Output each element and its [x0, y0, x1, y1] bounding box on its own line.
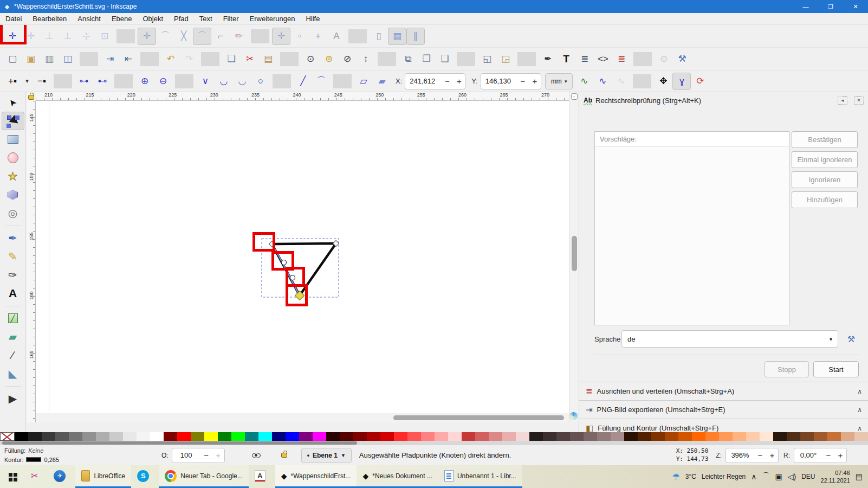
- lock-icon[interactable]: [28, 95, 34, 100]
- pencil-tool[interactable]: ✎: [2, 247, 24, 266]
- scrollbar-top-button[interactable]: ▫: [571, 93, 578, 100]
- new-document[interactable]: ▢: [3, 50, 22, 68]
- snap-text-baselines[interactable]: A: [327, 28, 346, 45]
- color-swatch[interactable]: [854, 432, 868, 441]
- vertical-scrollbar[interactable]: ▫: [569, 92, 579, 422]
- zoom-field[interactable]: 396% − +: [726, 448, 779, 463]
- snap-smooth-nodes[interactable]: ⌐: [211, 28, 230, 45]
- show-bezier-handles[interactable]: ɣ: [672, 73, 691, 90]
- open-document[interactable]: ▣: [22, 50, 40, 68]
- next-path-effect-parameter[interactable]: ∿: [612, 73, 630, 90]
- text-dialog[interactable]: T: [557, 50, 575, 68]
- color-swatch[interactable]: [475, 432, 489, 441]
- color-swatch[interactable]: [719, 432, 733, 441]
- text-tool[interactable]: A: [2, 284, 24, 303]
- color-swatch[interactable]: [692, 432, 705, 441]
- task-chrome[interactable]: Neuer Tab - Google...: [159, 465, 249, 488]
- y-coordinate-value[interactable]: 146,130: [481, 77, 517, 85]
- color-swatch[interactable]: [0, 432, 15, 441]
- color-swatch[interactable]: [137, 432, 150, 441]
- Text[interactable]: Text: [194, 13, 218, 25]
- color-swatch[interactable]: [516, 432, 529, 441]
- minimize-button[interactable]: —: [793, 0, 818, 13]
- color-swatch[interactable]: [733, 432, 746, 441]
- rotation-decrement[interactable]: −: [822, 451, 834, 460]
- stroke-to-path[interactable]: ▰: [373, 73, 391, 90]
- task-font-app[interactable]: A: [249, 465, 275, 488]
- toolbox-expander[interactable]: ▶: [2, 389, 24, 408]
- color-swatch[interactable]: [218, 432, 231, 441]
- node-toolbar-button[interactable]: [54, 74, 72, 88]
- color-swatch[interactable]: [773, 432, 787, 441]
- rectangle-tool[interactable]: [2, 130, 24, 149]
- x-coordinate-value[interactable]: 241,612: [405, 77, 441, 85]
- maximize-button[interactable]: ❐: [818, 0, 843, 13]
- opacity-value[interactable]: 100: [172, 451, 200, 459]
- insert-node[interactable]: +▪: [3, 73, 22, 90]
- cut[interactable]: ✂: [241, 50, 259, 68]
- color-swatch[interactable]: [570, 432, 584, 441]
- panel-align-distribute[interactable]: ≣ Ausrichten und verteilen (Umschalt+Str…: [579, 382, 868, 400]
- color-swatch[interactable]: [800, 432, 814, 441]
- color-swatch[interactable]: [164, 432, 177, 441]
- network-icon[interactable]: ⌒: [762, 472, 770, 481]
- node-smooth[interactable]: ◡: [215, 73, 233, 90]
- Objekt[interactable]: Objekt: [137, 13, 169, 25]
- task-snipping-tool[interactable]: ✂: [25, 465, 48, 488]
- command-toolbar-button[interactable]: [80, 52, 98, 66]
- stop-button[interactable]: Stopp: [765, 361, 809, 377]
- Hilfe[interactable]: Hilfe: [300, 13, 325, 25]
- color-swatch[interactable]: [231, 432, 245, 441]
- segment-curve[interactable]: ⌒: [312, 73, 331, 90]
- x-increment-button[interactable]: +: [453, 76, 465, 86]
- spellcheck-action-button[interactable]: Ignorieren: [792, 171, 858, 188]
- selector-tool[interactable]: ➤: [2, 93, 24, 112]
- x-decrement-button[interactable]: −: [441, 76, 453, 86]
- color-swatch[interactable]: [177, 432, 191, 441]
- fill-stroke-indicator[interactable]: Füllung: Keine Kontur: 0,265: [0, 446, 80, 464]
- snap-cusp-nodes[interactable]: ⌒: [193, 28, 211, 45]
- import[interactable]: ⇥: [101, 50, 119, 68]
- color-swatch[interactable]: [529, 432, 543, 441]
- color-swatch[interactable]: [286, 432, 299, 441]
- gradient-tool[interactable]: ▰: [2, 328, 24, 346]
- snap-bbox-edges[interactable]: ⊥: [40, 28, 59, 45]
- box3d-tool[interactable]: [2, 185, 24, 204]
- copy[interactable]: ❏: [222, 50, 241, 68]
- align-dialog[interactable]: ≣: [612, 50, 631, 68]
- color-swatch[interactable]: [272, 432, 286, 441]
- command-toolbar-button[interactable]: [378, 52, 396, 66]
- color-swatch[interactable]: [15, 432, 28, 441]
- snap-bbox-centers[interactable]: ⊡: [95, 28, 114, 45]
- panel-fill-stroke[interactable]: ◧ Füllung und Kontur (Umschalt+Strg+F) ∧: [579, 419, 868, 432]
- opacity-field[interactable]: 100 − +: [172, 448, 225, 463]
- canvas[interactable]: [36, 101, 569, 413]
- color-swatch[interactable]: [123, 432, 137, 441]
- color-swatch[interactable]: [367, 432, 380, 441]
- color-swatch[interactable]: [258, 432, 272, 441]
- display-icon[interactable]: ▣: [775, 472, 782, 481]
- node-toolbar-button[interactable]: [175, 74, 193, 88]
- spellcheck-action-button[interactable]: Einmal ignorieren: [792, 151, 858, 168]
- layer-visibility-toggle[interactable]: [248, 448, 264, 463]
- redo[interactable]: ↷: [180, 50, 198, 68]
- suggestions-list[interactable]: Vorschläge:: [594, 131, 789, 325]
- connector-tool[interactable]: ╱: [2, 309, 24, 328]
- color-swatch[interactable]: [502, 432, 516, 441]
- dock-panel-button[interactable]: ◂: [838, 96, 847, 105]
- edit-mask[interactable]: ∿: [593, 73, 612, 90]
- pen-tool[interactable]: ✒: [2, 229, 24, 247]
- snap-toolbar-button[interactable]: [251, 29, 269, 43]
- Pfad[interactable]: Pfad: [169, 13, 194, 25]
- break-nodes[interactable]: ⊷: [93, 73, 112, 90]
- opacity-increment[interactable]: +: [212, 451, 224, 460]
- close-panel-button[interactable]: ✕: [854, 96, 864, 105]
- tool-button[interactable]: [3, 383, 23, 389]
- find[interactable]: ⊙: [655, 50, 673, 68]
- node-toolbar-button[interactable]: [333, 74, 352, 88]
- y-coordinate-field[interactable]: 146,130 − +: [481, 73, 541, 89]
- zoom-value[interactable]: 396%: [726, 451, 754, 459]
- ruler-corner[interactable]: [27, 92, 36, 101]
- spellcheck-action-button[interactable]: Hinzufügen: [792, 191, 858, 208]
- color-swatch[interactable]: [665, 432, 678, 441]
